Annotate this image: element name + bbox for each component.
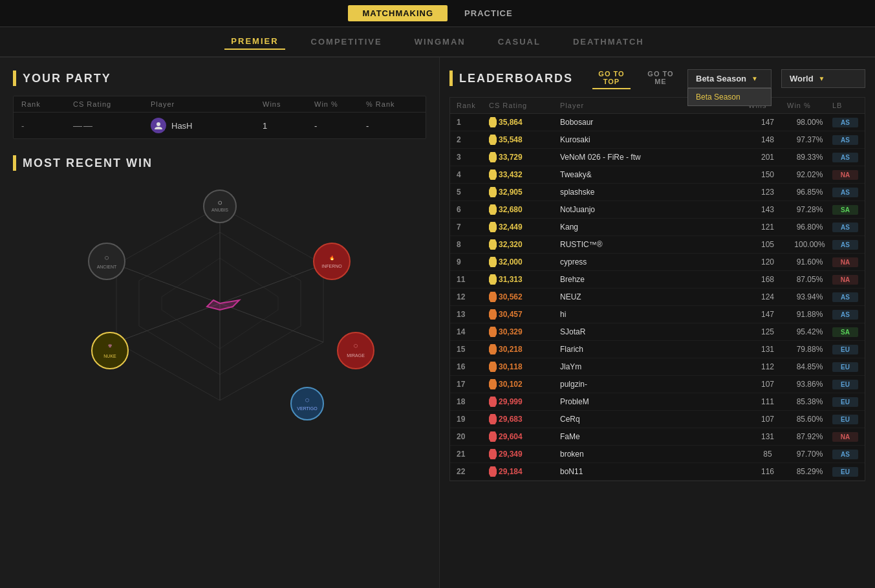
region-selected: World [790, 74, 814, 83]
table-row: 4 33,432 Tweaky& 150 92.02% NA [450, 166, 865, 184]
rating-value: 30,457 [499, 310, 523, 319]
rating-icon [489, 309, 497, 320]
lb-accent-bar [449, 71, 453, 86]
lb-row-wins: 143 [748, 205, 787, 214]
rating-icon [489, 327, 497, 337]
svg-text:MIRAGE: MIRAGE [347, 353, 365, 358]
svg-text:ANCIENT: ANCIENT [96, 265, 116, 269]
col-wins: Wins [263, 100, 314, 108]
rating-value: 32,905 [499, 188, 523, 197]
casual-mode[interactable]: CASUAL [492, 34, 547, 49]
right-panel: LEADERBOARDS GO TO TOP GO TO ME Beta Sea… [440, 58, 875, 588]
rating-value: 30,118 [499, 362, 523, 371]
lb-table-header: Rank CS Rating Player Wins Win % LB [450, 98, 865, 114]
lb-row-region: AS [832, 188, 858, 197]
lb-row-region: NA [832, 257, 858, 267]
lb-row-rank: 4 [457, 170, 489, 179]
svg-line-8 [116, 303, 220, 342]
map-spider-chart: ⬡ ANUBIS 🔥 INFERNO ⬡ MIRAGE [32, 180, 407, 426]
recent-win-header: MOST RECENT WIN [13, 155, 426, 171]
main-content: YOUR PARTY Rank CS Rating Player Wins Wi… [0, 58, 875, 588]
rating-value: 33,729 [499, 153, 523, 162]
competitive-mode[interactable]: COMPETITIVE [305, 34, 389, 49]
rating-icon [489, 397, 497, 407]
lb-row-wins: 125 [748, 327, 787, 336]
party-winpct: - [314, 121, 366, 131]
lb-row-player: Kurosaki [560, 135, 748, 144]
svg-text:INFERNO: INFERNO [321, 264, 342, 268]
lb-row-winpct: 96.80% [787, 223, 832, 232]
rating-value: 29,999 [499, 397, 523, 406]
rating-icon [489, 152, 497, 162]
region-chevron-icon: ▼ [819, 75, 825, 82]
rating-icon [489, 292, 497, 302]
region-dropdown[interactable]: World ▼ [781, 69, 865, 88]
rating-value: 32,680 [499, 205, 523, 214]
lb-row-rank: 20 [457, 432, 489, 441]
svg-point-26 [89, 243, 125, 279]
svg-point-14 [314, 243, 350, 279]
table-row: 20 29,604 FaMe 131 87.92% NA [450, 428, 865, 446]
party-row: - —— HasH 1 - - [14, 113, 426, 138]
lb-row-region: EU [832, 380, 858, 389]
lb-row-wins: 116 [748, 467, 787, 476]
svg-text:ANUBIS: ANUBIS [211, 208, 228, 212]
lb-row-region: NA [832, 432, 858, 442]
premier-mode[interactable]: PREMIER [224, 34, 285, 50]
svg-line-5 [220, 265, 323, 303]
lb-col-rank: Rank [457, 102, 489, 109]
party-table-header: Rank CS Rating Player Wins Win % % Rank [14, 96, 426, 113]
lb-row-player: Kang [560, 223, 748, 232]
lb-row-region: EU [832, 467, 858, 477]
lb-row-region: EU [832, 397, 858, 407]
table-row: 18 29,999 ProbleM 111 85.38% EU [450, 393, 865, 411]
table-row: 11 31,313 Brehze 168 87.05% NA [450, 271, 865, 289]
rating-value: 32,000 [499, 257, 523, 267]
rating-icon [489, 466, 497, 477]
lb-row-rank: 1 [457, 118, 489, 127]
section-accent-bar [13, 71, 16, 86]
season-option-beta[interactable]: Beta Season [688, 89, 771, 105]
lb-row-player: CeRq [560, 415, 748, 424]
table-row: 2 35,548 Kurosaki 148 97.37% AS [450, 131, 865, 149]
svg-point-17 [338, 332, 374, 369]
lb-row-wins: 120 [748, 257, 787, 267]
deathmatch-mode[interactable]: DEATHMATCH [567, 34, 651, 49]
lb-row-player: hi [560, 310, 748, 319]
lb-row-winpct: 85.60% [787, 415, 832, 424]
lb-row-player: broken [560, 450, 748, 459]
rating-icon [489, 379, 497, 389]
lb-row-wins: 112 [748, 362, 787, 371]
lb-row-rating: 29,999 [489, 397, 560, 407]
lb-row-region: AS [832, 310, 858, 320]
lb-row-rank: 11 [457, 275, 489, 284]
lb-row-rating: 32,449 [489, 222, 560, 232]
table-row: 12 30,562 NEUZ 124 93.94% AS [450, 289, 865, 306]
rating-icon [489, 449, 497, 459]
lb-row-rank: 8 [457, 240, 489, 249]
lb-row-player: boN11 [560, 467, 748, 476]
leaderboard-header: LEADERBOARDS GO TO TOP GO TO ME Beta Sea… [449, 67, 865, 89]
mode-nav: PREMIER COMPETITIVE WINGMAN CASUAL DEATH… [0, 27, 875, 58]
lb-row-winpct: 87.92% [787, 432, 832, 441]
lb-actions: GO TO TOP GO TO ME [592, 67, 678, 89]
goto-me-btn[interactable]: GO TO ME [643, 67, 678, 89]
matchmaking-tab[interactable]: MATCHMAKING [348, 5, 448, 21]
wingman-mode[interactable]: WINGMAN [408, 34, 472, 49]
rating-value: 29,683 [499, 415, 523, 424]
goto-top-btn[interactable]: GO TO TOP [592, 67, 631, 89]
lb-row-region: EU [832, 415, 858, 424]
rating-value: 30,102 [499, 380, 523, 389]
lb-row-wins: 131 [748, 432, 787, 441]
lb-row-wins: 107 [748, 380, 787, 389]
lb-row-winpct: 98.00% [787, 118, 832, 127]
season-dropdown[interactable]: Beta Season ▼ [687, 69, 772, 88]
lb-row-rating: 30,562 [489, 292, 560, 302]
practice-tab[interactable]: PRACTICE [450, 5, 526, 21]
lb-row-region: AS [832, 240, 858, 250]
rating-icon [489, 431, 497, 442]
lb-row-wins: 121 [748, 223, 787, 232]
table-row: 22 29,184 boN11 116 85.29% EU [450, 463, 865, 481]
lb-row-wins: 124 [748, 292, 787, 301]
lb-row-winpct: 85.38% [787, 397, 832, 406]
